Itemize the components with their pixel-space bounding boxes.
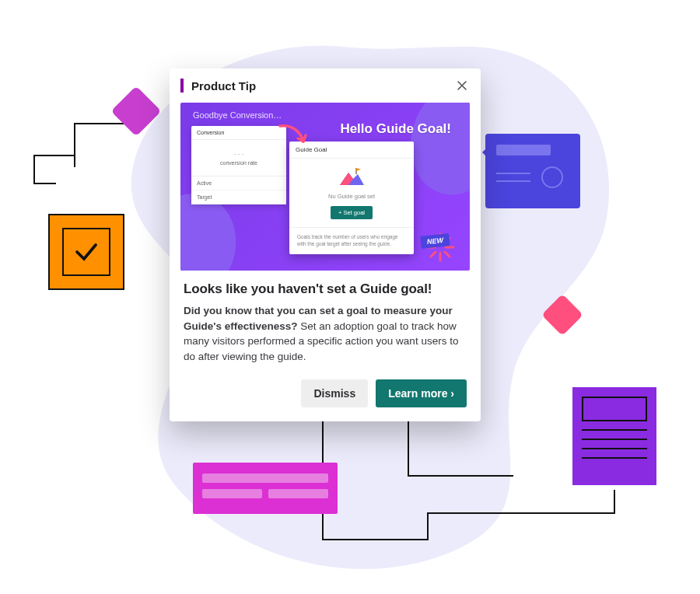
modal-footer: Dismiss Learn more › bbox=[170, 369, 481, 421]
modal-body: Looks like you haven't set a Guide goal!… bbox=[170, 271, 481, 369]
svg-line-8 bbox=[431, 252, 436, 257]
check-icon bbox=[72, 238, 100, 266]
set-goal-button: + Set goal bbox=[331, 206, 373, 219]
old-conversion-card: Conversion - - - conversion rate Active … bbox=[191, 126, 286, 204]
accent-bar bbox=[180, 79, 184, 93]
illustration-new-caption: Hello Guide Goal! bbox=[340, 121, 451, 137]
arrow-icon bbox=[277, 123, 311, 149]
modal-illustration: Goodbye Conversion… Hello Guide Goal! Co… bbox=[180, 103, 470, 271]
dismiss-button[interactable]: Dismiss bbox=[301, 379, 368, 407]
close-button[interactable] bbox=[454, 78, 470, 93]
decor-tooltip-card bbox=[485, 134, 580, 208]
illustration-old-caption: Goodbye Conversion… bbox=[193, 110, 282, 120]
modal-paragraph: Did you know that you can set a goal to … bbox=[184, 303, 467, 364]
modal-headline: Looks like you haven't set a Guide goal! bbox=[184, 281, 467, 297]
modal-title: Product Tip bbox=[191, 79, 454, 93]
svg-line-6 bbox=[445, 252, 450, 257]
decor-banner-card bbox=[193, 463, 338, 514]
product-tip-modal: Product Tip Goodbye Conversion… Hello Gu… bbox=[170, 68, 481, 421]
modal-header: Product Tip bbox=[170, 68, 481, 103]
decor-checklist-card bbox=[48, 214, 124, 290]
new-guide-goal-card: Guide Goal No Guide goal set + Set goal … bbox=[289, 142, 414, 254]
learn-more-button[interactable]: Learn more › bbox=[376, 379, 467, 407]
close-icon bbox=[456, 79, 468, 92]
decor-document-card bbox=[572, 387, 656, 485]
mountain-flag-icon bbox=[338, 168, 366, 187]
